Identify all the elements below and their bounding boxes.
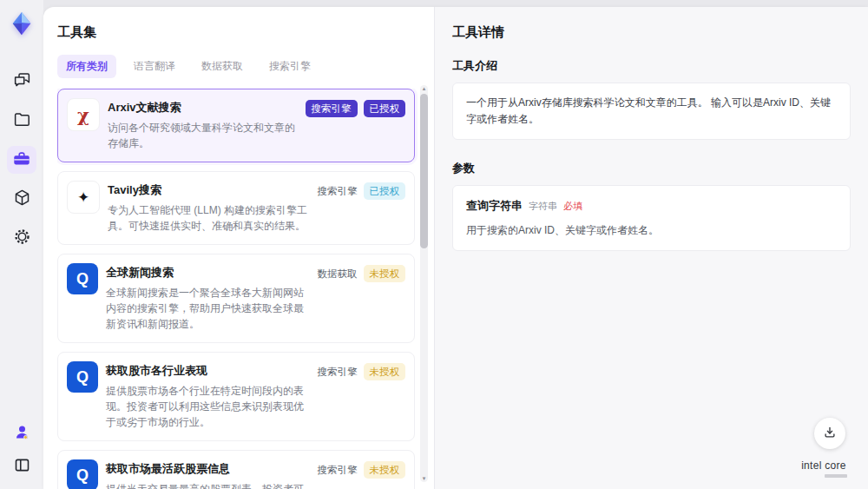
- tool-badges: 数据获取未授权: [318, 265, 406, 282]
- tool-title: Tavily搜索: [108, 182, 310, 198]
- intro-section-title: 工具介绍: [452, 58, 851, 74]
- tool-card-2[interactable]: Q全球新闻搜索全球新闻搜索是一个聚合全球各大新闻网站内容的搜索引擎，帮助用户快速…: [57, 254, 415, 343]
- params-section-title: 参数: [452, 161, 851, 176]
- panel-toggle-icon: [13, 456, 31, 477]
- app-window: 工具集 所有类别语言翻译数据获取搜索引擎 χArxiv文献搜索访问各个研究领域大…: [0, 0, 868, 489]
- tool-card-4[interactable]: Q获取市场最活跃股票信息提供当天交易量最高的股票列表，投资者可以利用这些信息来识…: [57, 450, 415, 489]
- tool-title: 获取市场最活跃股票信息: [106, 461, 310, 477]
- tool-description: 提供当天交易量最高的股票列表，投资者可以利用这些信息来识别流动性强的股票和潜在的…: [106, 481, 310, 489]
- tool-info: 获取股市各行业表现提供股票市场各个行业在特定时间段内的表现。投资者可以利用这些信…: [106, 361, 310, 430]
- status-badge: 已授权: [364, 100, 406, 117]
- tool-info: 全球新闻搜索全球新闻搜索是一个聚合全球各大新闻网站内容的搜索引擎，帮助用户快速获…: [106, 263, 310, 332]
- sidebar-nav: [7, 68, 36, 252]
- scrollbar-thumb[interactable]: [420, 94, 428, 248]
- sidebar-item-tools[interactable]: [7, 146, 36, 174]
- toolbox-icon: [12, 149, 31, 171]
- sidebar-item-chat[interactable]: [7, 68, 36, 96]
- sidebar-bottom: [7, 420, 36, 480]
- tool-title: Arxiv文献搜索: [108, 100, 298, 116]
- sidebar-item-packages[interactable]: [7, 185, 36, 213]
- category-badge: 搜索引擎: [306, 100, 358, 117]
- tab-category-2[interactable]: 数据获取: [193, 55, 252, 78]
- intel-sub-mark: [825, 474, 847, 478]
- tools-panel: 工具集 所有类别语言翻译数据获取搜索引擎 χArxiv文献搜索访问各个研究领域大…: [43, 7, 434, 489]
- download-icon: [822, 425, 838, 443]
- page-title: 工具集: [57, 24, 434, 41]
- status-badge: 未授权: [364, 363, 406, 380]
- tool-description: 全球新闻搜索是一个聚合全球各大新闻网站内容的搜索引擎，帮助用户快速获取全球最新资…: [106, 285, 310, 332]
- tool-title: 全球新闻搜索: [106, 265, 310, 281]
- tab-category-1[interactable]: 语言翻译: [125, 55, 184, 78]
- panel-toggle-button[interactable]: [7, 453, 36, 480]
- chat-icon: [13, 71, 31, 92]
- gear-icon: [13, 228, 31, 248]
- app-logo-icon: [7, 9, 36, 38]
- cube-icon: [13, 188, 31, 209]
- news-search-logo-icon: Q: [67, 263, 98, 294]
- tool-info: Arxiv文献搜索访问各个研究领域大量科学论文和文章的存储库。: [108, 98, 298, 151]
- tool-badges: 搜索引擎未授权: [318, 363, 406, 380]
- scroll-up-arrow[interactable]: ▴: [420, 85, 428, 92]
- category-tabs: 所有类别语言翻译数据获取搜索引擎: [57, 55, 434, 78]
- param-name: 查询字符串: [466, 197, 523, 215]
- stock-sector-logo-icon: Q: [67, 361, 98, 393]
- category-badge: 数据获取: [318, 265, 358, 282]
- param-type-label: 字符串: [529, 199, 557, 215]
- status-badge: 未授权: [364, 265, 406, 282]
- user-icon: [13, 423, 31, 444]
- tool-info: 获取市场最活跃股票信息提供当天交易量最高的股票列表，投资者可以利用这些信息来识别…: [106, 459, 310, 489]
- sidebar-item-files[interactable]: [7, 107, 36, 135]
- main-content: 工具集 所有类别语言翻译数据获取搜索引擎 χArxiv文献搜索访问各个研究领域大…: [43, 7, 868, 489]
- status-badge: 未授权: [364, 461, 406, 479]
- tool-description: 专为人工智能代理 (LLM) 构建的搜索引擎工具。可快速提供实时、准确和真实的结…: [108, 202, 310, 234]
- tool-intro-card: 一个用于从Arxiv存储库搜索科学论文和文章的工具。 输入可以是Arxiv ID…: [452, 83, 851, 140]
- tool-title: 获取股市各行业表现: [106, 363, 310, 379]
- tool-card-3[interactable]: Q获取股市各行业表现提供股票市场各个行业在特定时间段内的表现。投资者可以利用这些…: [57, 352, 415, 441]
- tool-info: Tavily搜索专为人工智能代理 (LLM) 构建的搜索引擎工具。可快速提供实时…: [108, 181, 310, 234]
- active-stocks-logo-icon: Q: [67, 459, 98, 489]
- tab-category-3[interactable]: 搜索引擎: [260, 55, 319, 78]
- param-header: 查询字符串 字符串 必填: [466, 197, 837, 215]
- param-card: 查询字符串 字符串 必填 用于搜索的Arxiv ID、关键字或作者姓名。: [452, 185, 851, 251]
- param-description: 用于搜索的Arxiv ID、关键字或作者姓名。: [466, 222, 837, 239]
- tool-list: χArxiv文献搜索访问各个研究领域大量科学论文和文章的存储库。搜索引擎已授权✦…: [57, 89, 434, 489]
- tool-badges: 搜索引擎已授权: [318, 182, 406, 200]
- download-button[interactable]: [814, 418, 845, 449]
- details-title: 工具详情: [452, 24, 851, 41]
- status-badge: 已授权: [364, 182, 406, 200]
- scrollbar-track[interactable]: ▴ ▾: [420, 85, 428, 482]
- tool-card-0[interactable]: χArxiv文献搜索访问各个研究领域大量科学论文和文章的存储库。搜索引擎已授权: [57, 89, 415, 162]
- category-badge: 搜索引擎: [318, 182, 358, 200]
- sidebar-item-settings[interactable]: [7, 224, 36, 252]
- intel-core-logo: intel core: [795, 459, 852, 478]
- category-badge: 搜索引擎: [318, 363, 358, 380]
- tool-details-panel: 工具详情 工具介绍 一个用于从Arxiv存储库搜索科学论文和文章的工具。 输入可…: [434, 7, 868, 489]
- category-badge: 搜索引擎: [318, 461, 358, 479]
- tool-badges: 搜索引擎未授权: [318, 461, 406, 479]
- scroll-down-arrow[interactable]: ▾: [420, 475, 428, 482]
- sidebar: [0, 0, 43, 489]
- tool-description: 访问各个研究领域大量科学论文和文章的存储库。: [108, 120, 298, 151]
- tool-intro-text: 一个用于从Arxiv存储库搜索科学论文和文章的工具。 输入可以是Arxiv ID…: [466, 96, 831, 125]
- intel-core-text: intel core: [795, 459, 852, 472]
- user-avatar[interactable]: [7, 420, 36, 447]
- tab-category-0[interactable]: 所有类别: [57, 55, 116, 78]
- arxiv-logo-icon: χ: [67, 98, 100, 131]
- folder-icon: [13, 110, 31, 131]
- tool-card-1[interactable]: ✦Tavily搜索专为人工智能代理 (LLM) 构建的搜索引擎工具。可快速提供实…: [57, 171, 415, 245]
- tool-badges: 搜索引擎已授权: [306, 100, 406, 117]
- param-required-badge: 必填: [563, 199, 582, 215]
- tavily-logo-icon: ✦: [67, 181, 100, 214]
- tool-description: 提供股票市场各个行业在特定时间段内的表现。投资者可以利用这些信息来识别表现优于或…: [106, 383, 310, 430]
